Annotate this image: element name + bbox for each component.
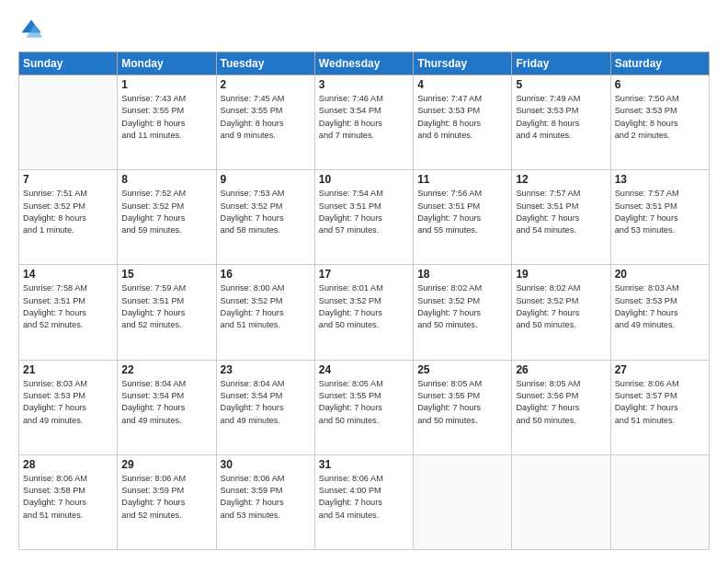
day-number: 10 (319, 173, 409, 186)
day-info: Sunrise: 7:59 AM Sunset: 3:51 PM Dayligh… (121, 282, 211, 331)
page: SundayMondayTuesdayWednesdayThursdayFrid… (0, 0, 728, 563)
calendar-cell: 4Sunrise: 7:47 AM Sunset: 3:53 PM Daylig… (414, 75, 512, 170)
day-info: Sunrise: 7:56 AM Sunset: 3:51 PM Dayligh… (417, 188, 507, 236)
day-number: 27 (615, 363, 705, 376)
calendar-body: 1Sunrise: 7:43 AM Sunset: 3:55 PM Daylig… (19, 75, 710, 550)
day-number: 13 (615, 173, 705, 186)
day-number: 22 (121, 363, 211, 376)
calendar-cell: 11Sunrise: 7:56 AM Sunset: 3:51 PM Dayli… (414, 170, 512, 265)
day-number: 8 (121, 173, 211, 186)
day-info: Sunrise: 8:05 AM Sunset: 3:56 PM Dayligh… (516, 378, 606, 427)
day-number: 7 (23, 173, 113, 186)
weekday-header-friday: Friday (512, 52, 610, 75)
day-number: 3 (319, 78, 409, 91)
calendar-cell: 13Sunrise: 7:57 AM Sunset: 3:51 PM Dayli… (610, 170, 709, 265)
day-number: 14 (23, 268, 113, 281)
day-number: 21 (23, 363, 113, 376)
day-info: Sunrise: 7:45 AM Sunset: 3:55 PM Dayligh… (221, 93, 311, 142)
weekday-header-monday: Monday (118, 52, 216, 75)
calendar-cell: 7Sunrise: 7:51 AM Sunset: 3:52 PM Daylig… (19, 170, 118, 265)
day-info: Sunrise: 8:05 AM Sunset: 3:55 PM Dayligh… (319, 378, 409, 427)
calendar-cell: 5Sunrise: 7:49 AM Sunset: 3:53 PM Daylig… (512, 75, 610, 170)
calendar-cell: 9Sunrise: 7:53 AM Sunset: 3:52 PM Daylig… (216, 170, 314, 265)
day-number: 5 (516, 78, 606, 91)
calendar-cell: 24Sunrise: 8:05 AM Sunset: 3:55 PM Dayli… (314, 360, 413, 454)
calendar-cell: 22Sunrise: 8:04 AM Sunset: 3:54 PM Dayli… (118, 360, 216, 454)
day-info: Sunrise: 8:00 AM Sunset: 3:52 PM Dayligh… (221, 282, 311, 331)
logo-icon (18, 17, 44, 42)
calendar-header: SundayMondayTuesdayWednesdayThursdayFrid… (19, 52, 710, 75)
day-number: 18 (417, 268, 507, 281)
day-info: Sunrise: 8:06 AM Sunset: 3:58 PM Dayligh… (23, 473, 113, 522)
day-info: Sunrise: 8:04 AM Sunset: 3:54 PM Dayligh… (121, 378, 211, 427)
day-number: 31 (319, 458, 409, 471)
day-number: 9 (221, 173, 311, 186)
calendar-cell: 2Sunrise: 7:45 AM Sunset: 3:55 PM Daylig… (216, 75, 314, 170)
day-info: Sunrise: 7:46 AM Sunset: 3:54 PM Dayligh… (319, 93, 409, 142)
calendar-cell: 18Sunrise: 8:02 AM Sunset: 3:52 PM Dayli… (414, 265, 512, 360)
day-info: Sunrise: 7:52 AM Sunset: 3:52 PM Dayligh… (121, 188, 211, 236)
day-number: 28 (23, 458, 113, 471)
calendar-cell: 19Sunrise: 8:02 AM Sunset: 3:52 PM Dayli… (512, 265, 610, 360)
calendar-cell: 26Sunrise: 8:05 AM Sunset: 3:56 PM Dayli… (512, 360, 610, 454)
day-number: 30 (221, 458, 311, 471)
day-info: Sunrise: 7:54 AM Sunset: 3:51 PM Dayligh… (319, 188, 409, 236)
calendar-week-row: 28Sunrise: 8:06 AM Sunset: 3:58 PM Dayli… (19, 454, 710, 549)
day-info: Sunrise: 8:05 AM Sunset: 3:55 PM Dayligh… (417, 378, 507, 427)
day-info: Sunrise: 7:57 AM Sunset: 3:51 PM Dayligh… (615, 188, 705, 236)
day-info: Sunrise: 7:49 AM Sunset: 3:53 PM Dayligh… (516, 93, 606, 142)
weekday-header-wednesday: Wednesday (314, 52, 413, 75)
calendar-cell: 29Sunrise: 8:06 AM Sunset: 3:59 PM Dayli… (118, 454, 216, 549)
calendar-cell: 15Sunrise: 7:59 AM Sunset: 3:51 PM Dayli… (118, 265, 216, 360)
calendar-cell: 30Sunrise: 8:06 AM Sunset: 3:59 PM Dayli… (216, 454, 314, 549)
day-number: 19 (516, 268, 606, 281)
day-number: 1 (121, 78, 211, 91)
day-number: 29 (121, 458, 211, 471)
calendar-cell: 21Sunrise: 8:03 AM Sunset: 3:53 PM Dayli… (19, 360, 118, 454)
day-info: Sunrise: 8:01 AM Sunset: 3:52 PM Dayligh… (319, 282, 409, 331)
day-number: 24 (319, 363, 409, 376)
day-number: 17 (319, 268, 409, 281)
day-number: 2 (221, 78, 311, 91)
weekday-header-thursday: Thursday (414, 52, 512, 75)
day-number: 6 (615, 78, 705, 91)
calendar-week-row: 7Sunrise: 7:51 AM Sunset: 3:52 PM Daylig… (19, 170, 710, 265)
calendar-week-row: 14Sunrise: 7:58 AM Sunset: 3:51 PM Dayli… (19, 265, 710, 360)
calendar-cell: 3Sunrise: 7:46 AM Sunset: 3:54 PM Daylig… (314, 75, 413, 170)
day-number: 26 (516, 363, 606, 376)
day-info: Sunrise: 7:53 AM Sunset: 3:52 PM Dayligh… (221, 188, 311, 236)
calendar-cell: 20Sunrise: 8:03 AM Sunset: 3:53 PM Dayli… (610, 265, 709, 360)
weekday-header-tuesday: Tuesday (216, 52, 314, 75)
day-number: 12 (516, 173, 606, 186)
weekday-header-row: SundayMondayTuesdayWednesdayThursdayFrid… (19, 52, 710, 75)
calendar-week-row: 1Sunrise: 7:43 AM Sunset: 3:55 PM Daylig… (19, 75, 710, 170)
day-number: 16 (221, 268, 311, 281)
day-info: Sunrise: 8:06 AM Sunset: 3:59 PM Dayligh… (121, 473, 211, 522)
day-info: Sunrise: 8:02 AM Sunset: 3:52 PM Dayligh… (516, 282, 606, 331)
calendar-cell: 10Sunrise: 7:54 AM Sunset: 3:51 PM Dayli… (314, 170, 413, 265)
day-number: 11 (417, 173, 507, 186)
day-info: Sunrise: 7:57 AM Sunset: 3:51 PM Dayligh… (516, 188, 606, 236)
day-info: Sunrise: 8:06 AM Sunset: 3:59 PM Dayligh… (221, 473, 311, 522)
day-info: Sunrise: 7:50 AM Sunset: 3:53 PM Dayligh… (615, 93, 705, 142)
calendar-cell: 23Sunrise: 8:04 AM Sunset: 3:54 PM Dayli… (216, 360, 314, 454)
calendar-cell: 1Sunrise: 7:43 AM Sunset: 3:55 PM Daylig… (118, 75, 216, 170)
day-info: Sunrise: 8:03 AM Sunset: 3:53 PM Dayligh… (615, 282, 705, 331)
day-info: Sunrise: 8:06 AM Sunset: 4:00 PM Dayligh… (319, 473, 409, 522)
day-number: 4 (417, 78, 507, 91)
day-info: Sunrise: 7:43 AM Sunset: 3:55 PM Dayligh… (121, 93, 211, 142)
day-info: Sunrise: 7:51 AM Sunset: 3:52 PM Dayligh… (23, 188, 113, 236)
calendar-cell (19, 75, 118, 170)
day-info: Sunrise: 8:04 AM Sunset: 3:54 PM Dayligh… (221, 378, 311, 427)
calendar-cell: 8Sunrise: 7:52 AM Sunset: 3:52 PM Daylig… (118, 170, 216, 265)
day-info: Sunrise: 8:02 AM Sunset: 3:52 PM Dayligh… (417, 282, 507, 331)
day-info: Sunrise: 7:47 AM Sunset: 3:53 PM Dayligh… (417, 93, 507, 142)
calendar-cell: 28Sunrise: 8:06 AM Sunset: 3:58 PM Dayli… (19, 454, 118, 549)
weekday-header-saturday: Saturday (610, 52, 709, 75)
calendar-cell (512, 454, 610, 549)
calendar-week-row: 21Sunrise: 8:03 AM Sunset: 3:53 PM Dayli… (19, 360, 710, 454)
calendar-cell: 12Sunrise: 7:57 AM Sunset: 3:51 PM Dayli… (512, 170, 610, 265)
calendar-cell: 6Sunrise: 7:50 AM Sunset: 3:53 PM Daylig… (610, 75, 709, 170)
day-number: 25 (417, 363, 507, 376)
day-number: 15 (121, 268, 211, 281)
